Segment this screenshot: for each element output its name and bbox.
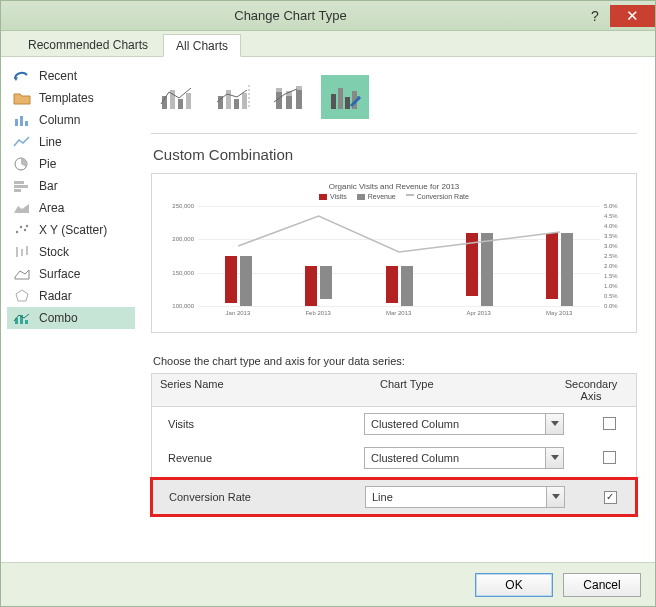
select-value: Clustered Column bbox=[365, 452, 545, 464]
svg-rect-6 bbox=[14, 189, 21, 192]
sidebar-item-label: Column bbox=[39, 113, 80, 127]
chevron-down-icon bbox=[545, 448, 563, 468]
sidebar-item-column[interactable]: Column bbox=[7, 109, 135, 131]
sidebar-item-label: Area bbox=[39, 201, 64, 215]
main-panel: Custom Combination Organic Visits and Re… bbox=[141, 57, 655, 562]
header-secondary-axis: Secondary Axis bbox=[546, 374, 636, 406]
svg-point-7 bbox=[16, 231, 18, 233]
subtype-custom[interactable] bbox=[321, 75, 369, 119]
sidebar-item-label: Stock bbox=[39, 245, 69, 259]
svg-point-10 bbox=[26, 225, 28, 227]
chart-title: Organic Visits and Revenue for 2013 bbox=[162, 182, 626, 191]
help-button[interactable]: ? bbox=[580, 8, 610, 24]
sidebar-item-label: Pie bbox=[39, 157, 56, 171]
series-row-revenue: Revenue Clustered Column bbox=[152, 441, 636, 475]
combo-subtype-row bbox=[153, 75, 637, 119]
sidebar-item-combo[interactable]: Combo bbox=[7, 307, 135, 329]
sidebar-item-label: Bar bbox=[39, 179, 58, 193]
chevron-down-icon bbox=[546, 487, 564, 507]
area-chart-icon bbox=[13, 201, 31, 215]
chart-type-select-revenue[interactable]: Clustered Column bbox=[364, 447, 564, 469]
sidebar-item-pie[interactable]: Pie bbox=[7, 153, 135, 175]
pie-chart-icon bbox=[13, 157, 31, 171]
sidebar-item-line[interactable]: Line bbox=[7, 131, 135, 153]
subtype-stacked-line[interactable] bbox=[265, 75, 313, 119]
tab-recommended-charts[interactable]: Recommended Charts bbox=[15, 33, 161, 56]
svg-rect-0 bbox=[15, 119, 18, 126]
svg-rect-23 bbox=[226, 90, 231, 109]
close-button[interactable]: ✕ bbox=[610, 5, 655, 27]
series-row-conversion-rate: Conversion Rate Line ✓ bbox=[150, 477, 638, 517]
chart-type-select-conversion[interactable]: Line bbox=[365, 486, 565, 508]
select-value: Clustered Column bbox=[365, 418, 545, 430]
line-chart-icon bbox=[13, 135, 31, 149]
sidebar-item-label: Line bbox=[39, 135, 62, 149]
folder-icon bbox=[13, 91, 31, 105]
sidebar-item-bar[interactable]: Bar bbox=[7, 175, 135, 197]
scatter-chart-icon bbox=[13, 223, 31, 237]
svg-rect-21 bbox=[186, 93, 191, 109]
combo-chart-icon bbox=[13, 311, 31, 325]
ok-button[interactable]: OK bbox=[475, 573, 553, 597]
svg-rect-31 bbox=[296, 90, 302, 109]
dialog-body: Recent Templates Column Line Pie Bar bbox=[1, 57, 655, 562]
sidebar-item-surface[interactable]: Surface bbox=[7, 263, 135, 285]
secondary-axis-checkbox-conversion[interactable]: ✓ bbox=[604, 491, 617, 504]
tabs: Recommended Charts All Charts bbox=[1, 31, 655, 57]
svg-rect-4 bbox=[14, 181, 24, 184]
series-instruction: Choose the chart type and axis for your … bbox=[153, 355, 637, 367]
sidebar-item-label: X Y (Scatter) bbox=[39, 223, 107, 237]
y-axis-left: 250,000200,000150,000100,000 bbox=[164, 206, 196, 306]
tab-all-charts[interactable]: All Charts bbox=[163, 34, 241, 57]
svg-rect-33 bbox=[331, 94, 336, 109]
series-table: Series Name Chart Type Secondary Axis Vi… bbox=[151, 373, 637, 516]
sidebar-item-label: Combo bbox=[39, 311, 78, 325]
cancel-button[interactable]: Cancel bbox=[563, 573, 641, 597]
radar-chart-icon bbox=[13, 289, 31, 303]
sidebar-item-label: Surface bbox=[39, 267, 80, 281]
svg-rect-1 bbox=[20, 116, 23, 126]
bar-chart-icon bbox=[13, 179, 31, 193]
sidebar-item-label: Radar bbox=[39, 289, 72, 303]
svg-rect-24 bbox=[234, 99, 239, 109]
svg-rect-17 bbox=[25, 320, 28, 324]
series-row-visits: Visits Clustered Column bbox=[152, 407, 636, 441]
svg-marker-14 bbox=[16, 290, 28, 301]
dialog-title: Change Chart Type bbox=[1, 8, 580, 23]
sidebar-item-radar[interactable]: Radar bbox=[7, 285, 135, 307]
svg-point-9 bbox=[24, 229, 26, 231]
select-value: Line bbox=[366, 491, 546, 503]
sidebar-item-scatter[interactable]: X Y (Scatter) bbox=[7, 219, 135, 241]
svg-rect-34 bbox=[338, 88, 343, 109]
chart-category-sidebar: Recent Templates Column Line Pie Bar bbox=[1, 57, 141, 562]
sidebar-item-label: Templates bbox=[39, 91, 94, 105]
y-axis-right: 5.0%4.5%4.0%3.5%3.0%2.5%2.0%1.5%1.0%0.5%… bbox=[602, 206, 624, 306]
sidebar-item-stock[interactable]: Stock bbox=[7, 241, 135, 263]
titlebar: Change Chart Type ? ✕ bbox=[1, 1, 655, 31]
series-name: Conversion Rate bbox=[169, 491, 365, 503]
chevron-down-icon bbox=[545, 414, 563, 434]
sidebar-item-area[interactable]: Area bbox=[7, 197, 135, 219]
plot-area: 250,000200,000150,000100,000 5.0%4.5%4.0… bbox=[198, 206, 600, 306]
svg-point-8 bbox=[20, 226, 22, 228]
series-table-header: Series Name Chart Type Secondary Axis bbox=[152, 374, 636, 407]
x-axis: Jan 2013Feb 2013Mar 2013Apr 2013May 2013 bbox=[198, 310, 600, 316]
chart-type-select-visits[interactable]: Clustered Column bbox=[364, 413, 564, 435]
svg-rect-25 bbox=[242, 93, 247, 109]
legend-label: Conversion Rate bbox=[417, 193, 469, 200]
dialog-window: Change Chart Type ? ✕ Recommended Charts… bbox=[0, 0, 656, 607]
svg-rect-20 bbox=[178, 99, 183, 109]
stock-chart-icon bbox=[13, 245, 31, 259]
sidebar-item-templates[interactable]: Templates bbox=[7, 87, 135, 109]
subtype-col-line[interactable] bbox=[153, 75, 201, 119]
secondary-axis-checkbox-visits[interactable] bbox=[603, 417, 616, 430]
subtype-col-line-2[interactable] bbox=[209, 75, 257, 119]
secondary-axis-checkbox-revenue[interactable] bbox=[603, 451, 616, 464]
column-chart-icon bbox=[13, 113, 31, 127]
sidebar-item-recent[interactable]: Recent bbox=[7, 65, 135, 87]
header-series-name: Series Name bbox=[152, 374, 372, 406]
sidebar-item-label: Recent bbox=[39, 69, 77, 83]
line-overlay bbox=[198, 206, 600, 306]
svg-rect-28 bbox=[276, 88, 282, 92]
svg-rect-2 bbox=[25, 121, 28, 126]
